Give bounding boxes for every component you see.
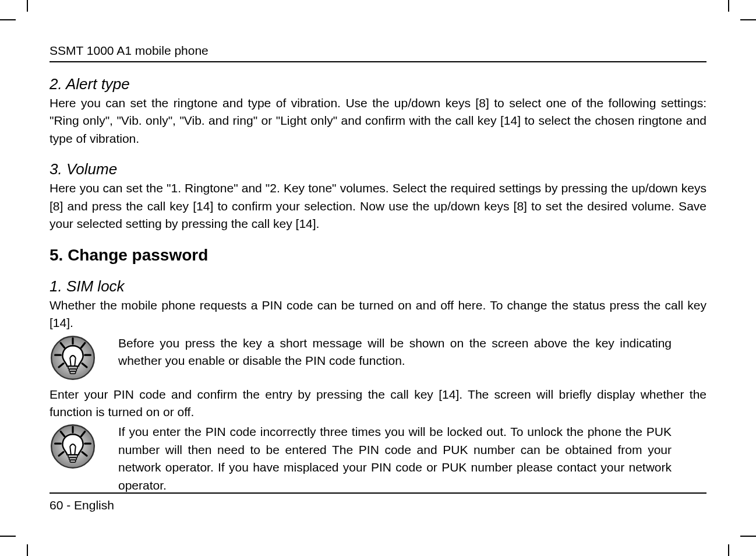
body-alert-type: Here you can set the ringtone and type o… — [50, 94, 706, 147]
svg-rect-21 — [70, 460, 76, 463]
body-volume: Here you can set the "1. Ringtone" and "… — [50, 180, 706, 233]
heading-change-password: 5. Change password — [50, 246, 706, 265]
note-block-2: If you enter the PIN code incorrectly th… — [50, 423, 706, 494]
lightbulb-icon — [50, 423, 96, 472]
header-title: SSMT 1000 A1 mobile phone — [50, 44, 209, 57]
note-block-1: Before you press the key a short message… — [50, 335, 706, 383]
svg-rect-10 — [70, 371, 76, 374]
footer-language: English — [74, 498, 114, 512]
heading-alert-type: 2. Alert type — [50, 75, 706, 93]
body-sim-lock-2: Enter your PIN code and confirm the entr… — [50, 386, 706, 421]
page-content: SSMT 1000 A1 mobile phone 2. Alert type … — [50, 44, 706, 512]
note-text-1: Before you press the key a short message… — [118, 335, 706, 370]
heading-sim-lock: 1. SIM lock — [50, 277, 706, 295]
page-number: 60 — [50, 498, 63, 512]
body-sim-lock-1: Whether the mobile phone requests a PIN … — [50, 297, 706, 332]
page-header: SSMT 1000 A1 mobile phone — [50, 44, 706, 62]
lightbulb-icon — [50, 335, 96, 383]
note-text-2: If you enter the PIN code incorrectly th… — [118, 423, 706, 494]
page-footer: 60 - English — [50, 492, 706, 512]
heading-volume: 3. Volume — [50, 160, 706, 178]
footer-separator: - — [63, 498, 74, 512]
